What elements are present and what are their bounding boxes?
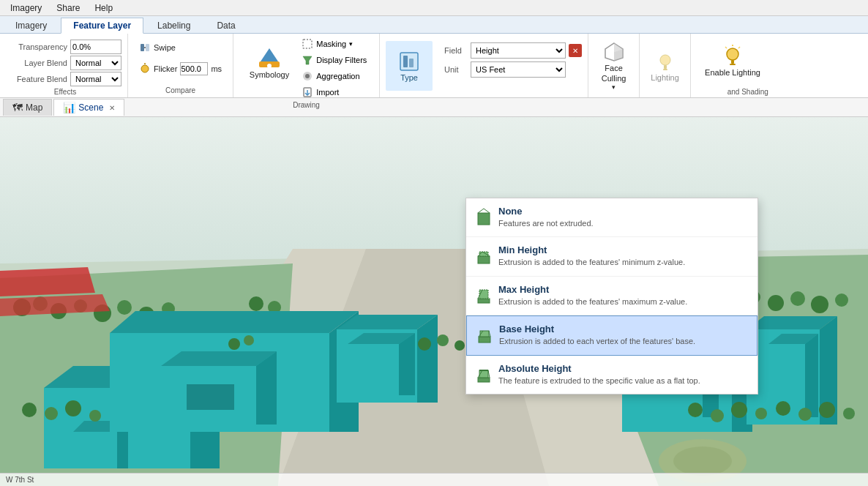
feature-blend-select[interactable]: NormalMultiplyScreen bbox=[70, 72, 121, 86]
import-button[interactable]: Import bbox=[299, 85, 370, 100]
svg-rect-117 bbox=[478, 213, 490, 225]
svg-line-28 bbox=[725, 47, 727, 48]
tab-scene-close[interactable]: ✕ bbox=[109, 104, 115, 112]
aggregation-button[interactable]: Aggregation bbox=[299, 69, 370, 83]
svg-point-97 bbox=[244, 335, 254, 345]
none-title: None bbox=[498, 206, 747, 217]
tab-labeling[interactable]: Labeling bbox=[145, 18, 203, 33]
svg-point-54 bbox=[790, 291, 805, 306]
tab-imagery[interactable]: Imagery bbox=[3, 18, 59, 33]
dropdown-item-absolute-height[interactable]: Absolute Height The feature is extruded … bbox=[466, 356, 757, 394]
tab-bar: 🗺 Map 📊 Scene ✕ bbox=[0, 98, 868, 117]
swipe-button[interactable]: Swipe bbox=[134, 40, 181, 56]
svg-rect-125 bbox=[479, 290, 488, 299]
field-group: Field HeightFLOORSNAME ✕ Unit US FeetMet… bbox=[438, 34, 588, 97]
masking-button[interactable]: Masking ▾ bbox=[299, 37, 370, 51]
lighting-button[interactable]: Lighting bbox=[646, 41, 684, 91]
base-height-icon bbox=[477, 325, 492, 345]
dropdown-item-none[interactable]: None Features are not extruded. bbox=[466, 198, 757, 237]
max-height-desc: Extrusion is added to the features' maxi… bbox=[498, 296, 747, 307]
tab-scene[interactable]: 📊 Scene ✕ bbox=[53, 99, 124, 116]
svg-rect-1 bbox=[146, 44, 149, 51]
swipe-icon bbox=[139, 42, 151, 53]
dropdown-item-base-height[interactable]: Base Height Extrusion is added to each v… bbox=[466, 315, 757, 355]
menu-bar: Imagery Share Help bbox=[0, 0, 868, 16]
svg-marker-9 bbox=[303, 56, 312, 64]
base-height-title: Base Height bbox=[499, 324, 747, 334]
svg-point-116 bbox=[673, 446, 732, 476]
type-label: Type bbox=[400, 73, 418, 82]
display-filters-button[interactable]: Display Filters bbox=[299, 53, 370, 67]
dropdown-item-max-height[interactable]: Max Height Extrusion is added to the fea… bbox=[466, 277, 757, 315]
svg-point-100 bbox=[454, 340, 465, 351]
extrusion-type-dropdown: None Features are not extruded. Min Heig… bbox=[465, 198, 758, 395]
enable-lighting-button[interactable]: Enable Lighting bbox=[697, 37, 768, 86]
lighting-group: Lighting bbox=[640, 34, 691, 97]
tab-map[interactable]: 🗺 Map bbox=[3, 99, 52, 116]
dropdown-item-min-height[interactable]: Min Height Extrusion is added to the fea… bbox=[466, 237, 757, 276]
drawing-right: Masking ▾ Display Filters Aggregation bbox=[299, 37, 370, 100]
svg-line-119 bbox=[484, 209, 490, 213]
svg-marker-62 bbox=[73, 432, 117, 468]
feature-blend-row: Feature Blend NormalMultiplyScreen bbox=[9, 72, 121, 86]
tab-map-label: Map bbox=[26, 102, 42, 113]
symbology-button[interactable]: Symbology bbox=[243, 37, 296, 89]
field-select[interactable]: HeightFLOORSNAME bbox=[471, 42, 566, 59]
tab-data[interactable]: Data bbox=[204, 18, 247, 33]
svg-rect-120 bbox=[478, 256, 490, 263]
none-desc: Features are not extruded. bbox=[498, 218, 747, 229]
compare-label: Compare bbox=[165, 86, 195, 94]
svg-marker-75 bbox=[348, 344, 399, 395]
field-label: Field bbox=[444, 46, 468, 55]
menu-imagery[interactable]: Imagery bbox=[3, 1, 49, 15]
svg-point-113 bbox=[819, 402, 835, 418]
field-clear-button[interactable]: ✕ bbox=[569, 44, 582, 57]
tab-feature-layer[interactable]: Feature Layer bbox=[61, 18, 143, 34]
compare-inner: Swipe Flicker ms bbox=[134, 37, 227, 81]
max-height-content: Max Height Extrusion is added to the fea… bbox=[498, 284, 747, 307]
unit-select[interactable]: US FeetMetersKilometers bbox=[471, 61, 566, 78]
type-icon bbox=[397, 50, 421, 73]
svg-marker-71 bbox=[187, 384, 234, 410]
transparency-input[interactable] bbox=[70, 40, 121, 54]
display-filters-icon bbox=[302, 54, 313, 66]
absolute-height-icon bbox=[476, 364, 491, 385]
symbology-label: Symbology bbox=[250, 70, 289, 79]
menu-share[interactable]: Share bbox=[49, 1, 87, 15]
svg-point-20 bbox=[660, 55, 670, 65]
svg-marker-57 bbox=[0, 267, 95, 296]
svg-rect-15 bbox=[403, 56, 408, 67]
shading-label: and Shading bbox=[727, 88, 768, 97]
min-height-content: Min Height Extrusion is added to the fea… bbox=[498, 244, 747, 268]
svg-point-106 bbox=[89, 410, 101, 422]
svg-rect-127 bbox=[479, 337, 490, 343]
svg-rect-132 bbox=[479, 370, 488, 378]
svg-point-98 bbox=[418, 337, 431, 351]
unit-row: Unit US FeetMetersKilometers bbox=[444, 61, 582, 78]
none-icon bbox=[476, 207, 491, 228]
drawing-group: Symbology Masking ▾ Display Filters bbox=[233, 34, 380, 97]
svg-rect-22 bbox=[663, 69, 667, 70]
enable-lighting-group: Enable Lighting and Shading bbox=[691, 34, 774, 97]
lighting-icon bbox=[654, 50, 677, 73]
flicker-button[interactable]: Flicker ms bbox=[134, 60, 227, 78]
tab-scene-label: Scene bbox=[78, 102, 103, 113]
svg-point-3 bbox=[141, 65, 149, 72]
absolute-height-title: Absolute Height bbox=[498, 363, 747, 374]
field-row: Field HeightFLOORSNAME ✕ bbox=[444, 42, 582, 59]
ribbon: Transparency Layer Blend NormalMultiplyS… bbox=[0, 34, 868, 98]
layer-blend-select[interactable]: NormalMultiplyScreen bbox=[70, 56, 121, 70]
culling-chevron: ▾ bbox=[612, 83, 616, 91]
culling-group: FaceCulling ▾ bbox=[588, 34, 640, 97]
svg-point-55 bbox=[811, 296, 828, 313]
flicker-label: Flicker bbox=[154, 64, 177, 73]
svg-rect-25 bbox=[730, 64, 736, 65]
svg-point-105 bbox=[65, 400, 81, 416]
svg-point-114 bbox=[843, 408, 855, 419]
type-button[interactable]: Type bbox=[386, 41, 433, 91]
menu-help[interactable]: Help bbox=[87, 1, 120, 15]
culling-button[interactable]: FaceCulling ▾ bbox=[597, 41, 631, 91]
enable-lighting-label: Enable Lighting bbox=[705, 68, 760, 78]
flicker-value-input[interactable] bbox=[180, 62, 208, 75]
transparency-row: Transparency bbox=[9, 40, 121, 54]
